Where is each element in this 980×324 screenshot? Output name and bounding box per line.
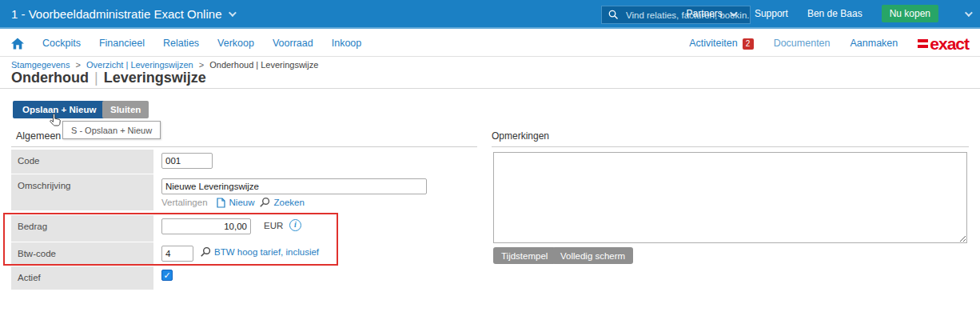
- omschrijving-input[interactable]: [161, 178, 427, 194]
- fullscreen-button[interactable]: Volledig scherm: [552, 247, 633, 264]
- nav-right: Activiteiten2 Documenten Aanmaken exact: [689, 30, 969, 56]
- chevron-down-icon: [229, 9, 237, 17]
- activiteiten-count-badge: 2: [743, 38, 754, 50]
- vertalingen-nieuw-link[interactable]: Nieuw: [229, 198, 255, 207]
- timestamp-button[interactable]: Tijdstempel: [493, 247, 556, 264]
- vertalingen-zoeken-icon[interactable]: [259, 197, 270, 208]
- btw-code-input[interactable]: [161, 246, 193, 262]
- hand-cursor-icon: [48, 113, 62, 129]
- code-label: Code: [11, 150, 153, 174]
- exact-logo: exact: [918, 35, 969, 52]
- actief-checkbox[interactable]: ✓: [161, 270, 173, 281]
- chevron-down-icon[interactable]: [965, 9, 973, 17]
- nav-item-documenten[interactable]: Documenten: [774, 38, 831, 49]
- code-input[interactable]: [161, 153, 213, 169]
- breadcrumb-link-overzicht[interactable]: Overzicht | Leveringswijzen: [86, 60, 193, 70]
- opmerkingen-label: Opmerkingen: [492, 130, 549, 142]
- title-divider: [0, 88, 980, 89]
- support-link[interactable]: Support: [755, 8, 788, 19]
- nav-item-cockpits[interactable]: Cockpits: [42, 38, 81, 49]
- form-row-actief: Actief ✓: [11, 266, 478, 290]
- btw-code-label: Btw-code: [11, 242, 153, 266]
- home-icon[interactable]: [11, 38, 24, 50]
- partners-menu[interactable]: Partners: [687, 8, 735, 19]
- breadcrumb-current: Onderhoud | Leveringswijze: [209, 60, 318, 70]
- topbar-right: Partners Support Ben de Baas Nu kopen: [687, 0, 970, 27]
- btw-lookup-icon[interactable]: [200, 246, 211, 258]
- tab-underline: [11, 146, 477, 147]
- currency-label: EUR: [264, 221, 283, 230]
- nav-item-relaties[interactable]: Relaties: [163, 38, 199, 49]
- form-row-omschrijving: Omschrijving Vertalingen Nieuw Zoeken: [11, 174, 478, 210]
- administration-title: 1 - Voorbeeldadministratie Exact Online: [11, 7, 221, 21]
- opmerkingen-textarea[interactable]: [493, 152, 967, 243]
- nav-item-financieel[interactable]: Financieel: [99, 38, 145, 49]
- vertalingen-zoeken-link[interactable]: Zoeken: [274, 198, 305, 207]
- form-row-btw-code: Btw-code BTW hoog tarief, inclusief: [11, 242, 478, 266]
- chevron-down-icon: [730, 9, 738, 17]
- nav-item-aanmaken[interactable]: Aanmaken: [851, 38, 898, 49]
- new-document-icon[interactable]: [217, 198, 225, 208]
- nav-item-activiteiten[interactable]: Activiteiten2: [689, 38, 753, 50]
- form-row-code: Code: [11, 150, 478, 174]
- btw-description-link[interactable]: BTW hoog tarief, inclusief: [214, 247, 319, 257]
- form-row-bedrag: Bedrag EUR i: [11, 215, 478, 242]
- nav-left: Cockpits Financieel Relaties Verkoop Voo…: [0, 38, 361, 50]
- user-menu[interactable]: Ben de Baas: [807, 8, 862, 19]
- nav-item-verkoop[interactable]: Verkoop: [217, 38, 254, 49]
- main-nav: Cockpits Financieel Relaties Verkoop Voo…: [0, 30, 980, 57]
- topbar: 1 - Voorbeeldadministratie Exact Online …: [0, 0, 980, 29]
- opmerkingen-underline: [492, 146, 969, 147]
- close-button[interactable]: Sluiten: [102, 101, 149, 118]
- exact-logo-equals-icon: [918, 39, 928, 48]
- omschrijving-label: Omschrijving: [11, 174, 153, 210]
- nav-item-voorraad[interactable]: Voorraad: [273, 38, 313, 49]
- shortcut-tooltip: S - Opslaan + Nieuw: [62, 121, 161, 139]
- nav-item-inkoop[interactable]: Inkoop: [332, 38, 362, 49]
- vertalingen-label: Vertalingen: [161, 198, 208, 207]
- buy-now-button[interactable]: Nu kopen: [882, 5, 938, 22]
- breadcrumb-link-stamgegevens[interactable]: Stamgegevens: [11, 60, 70, 70]
- info-icon[interactable]: i: [289, 219, 301, 231]
- exact-online-window: 1 - Voorbeeldadministratie Exact Online …: [0, 0, 980, 324]
- administration-switcher[interactable]: 1 - Voorbeeldadministratie Exact Online: [11, 0, 234, 27]
- search-icon: [608, 10, 619, 20]
- bedrag-input[interactable]: [161, 218, 251, 234]
- tab-algemeen[interactable]: Algemeen: [16, 130, 61, 142]
- breadcrumb: Stamgegevens > Overzicht | Leveringswijz…: [11, 60, 318, 70]
- page-title: Onderhoud|Leveringswijze: [11, 70, 206, 86]
- actief-label: Actief: [11, 266, 153, 290]
- bedrag-label: Bedrag: [11, 215, 153, 242]
